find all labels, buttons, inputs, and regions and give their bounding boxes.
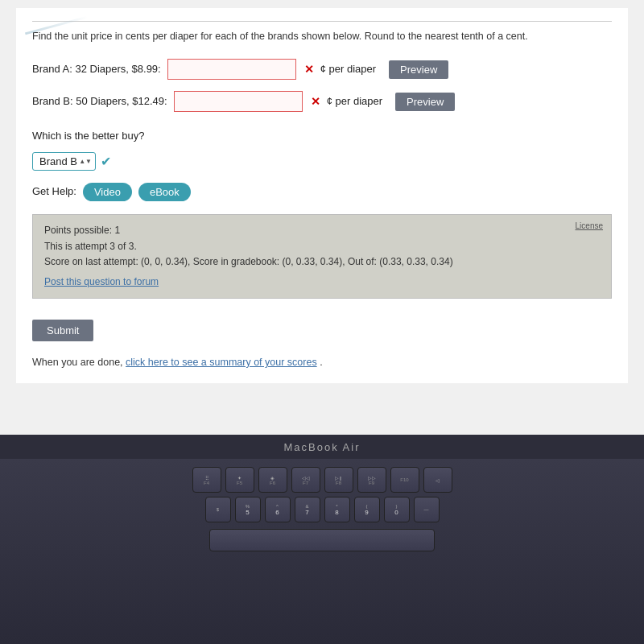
brand-a-label: Brand A: 32 Diapers, $8.99: (32, 61, 161, 78)
key-spacebar[interactable] (209, 529, 435, 551)
key-0[interactable]: ) 0 (384, 497, 410, 522)
footer-text: When you are done, click here to see a s… (32, 354, 612, 370)
attempt-info: This is attempt 3 of 3. (44, 239, 600, 254)
macbook-label: MacBook Air (284, 441, 361, 453)
key-f10[interactable]: F10 (390, 467, 419, 493)
post-forum-link[interactable]: Post this question to forum (44, 276, 159, 287)
better-buy-label: Which is the better buy? (32, 128, 612, 145)
key-9[interactable]: ( 9 (354, 497, 380, 522)
brand-b-input[interactable] (174, 91, 303, 112)
key-5[interactable]: % 5 (235, 497, 261, 522)
brand-a-preview-button[interactable]: Preview (389, 60, 448, 79)
brand-a-row: Brand A: 32 Diapers, $8.99: ✕ ¢ per diap… (32, 59, 612, 80)
key-8[interactable]: * 8 (324, 497, 350, 522)
key-f9[interactable]: ▷▷ F9 (357, 467, 386, 493)
points-possible: Points possible: 1 (44, 223, 600, 238)
key-f4[interactable]: ⠿ F4 (192, 467, 221, 493)
submit-button[interactable]: Submit (32, 320, 93, 341)
instruction-text: Find the unit price in cents per diaper … (32, 21, 612, 44)
key-f6[interactable]: ◈ F6 (258, 467, 287, 493)
key-6[interactable]: ^ 6 (265, 497, 291, 522)
info-box: License Points possible: 1 This is attem… (32, 214, 612, 299)
key-dollar[interactable]: $ (205, 497, 231, 522)
brand-a-error-icon: ✕ (304, 60, 314, 78)
brand-a-cents-label: ¢ per diaper (320, 61, 376, 78)
keyboard-row-fn: ⠿ F4 ✦ F5 ◈ F6 ◁◁ F7 ▷|| F8 ▷▷ F9 F10 ◁ (16, 467, 628, 493)
score-info: Score on last attempt: (0, 0, 0.34), Sco… (44, 254, 600, 270)
scores-link[interactable]: click here to see a summary of your scor… (126, 357, 317, 368)
brand-b-label: Brand B: 50 Diapers, $12.49: (32, 93, 167, 110)
browser-content: Find the unit price in cents per diaper … (16, 8, 628, 383)
better-buy-section: Which is the better buy? Brand A Brand B… (32, 128, 612, 171)
key-7[interactable]: & 7 (295, 497, 320, 522)
get-help-section: Get Help: Video eBook (32, 183, 612, 201)
license-link[interactable]: License (576, 220, 603, 233)
brand-b-row: Brand B: 50 Diapers, $12.49: ✕ ¢ per dia… (32, 91, 612, 112)
brand-b-preview-button[interactable]: Preview (395, 93, 455, 111)
select-wrapper: Brand A Brand B (32, 152, 96, 171)
keyboard-row-space (16, 529, 628, 551)
ebook-button[interactable]: eBook (138, 183, 191, 201)
brand-a-input[interactable] (167, 59, 296, 80)
checkmark-icon: ✔ (101, 151, 111, 172)
key-f7[interactable]: ◁◁ F7 (291, 467, 320, 493)
video-button[interactable]: Video (83, 183, 132, 201)
brand-b-cents-label: ¢ per diaper (327, 93, 382, 110)
screen: Find the unit price in cents per diaper … (0, 0, 644, 435)
better-buy-select[interactable]: Brand A Brand B (32, 152, 96, 171)
keyboard-area: ⠿ F4 ✦ F5 ◈ F6 ◁◁ F7 ▷|| F8 ▷▷ F9 F10 ◁ (0, 459, 644, 644)
key-f8[interactable]: ▷|| F8 (324, 467, 353, 493)
macbook-bezel: MacBook Air (0, 435, 644, 459)
keyboard-row-numbers: $ % 5 ^ 6 & 7 * 8 ( 9 ) 0 — (16, 497, 628, 522)
get-help-label: Get Help: (32, 184, 76, 200)
dropdown-wrapper: Brand A Brand B ✔ (32, 151, 612, 172)
footer-text-before: When you are done, (32, 357, 123, 368)
key-minus[interactable]: — (414, 497, 440, 522)
key-f5[interactable]: ✦ F5 (225, 467, 254, 493)
key-back[interactable]: ◁ (423, 467, 452, 493)
brand-b-error-icon: ✕ (311, 93, 320, 110)
footer-punctuation: . (320, 357, 322, 368)
